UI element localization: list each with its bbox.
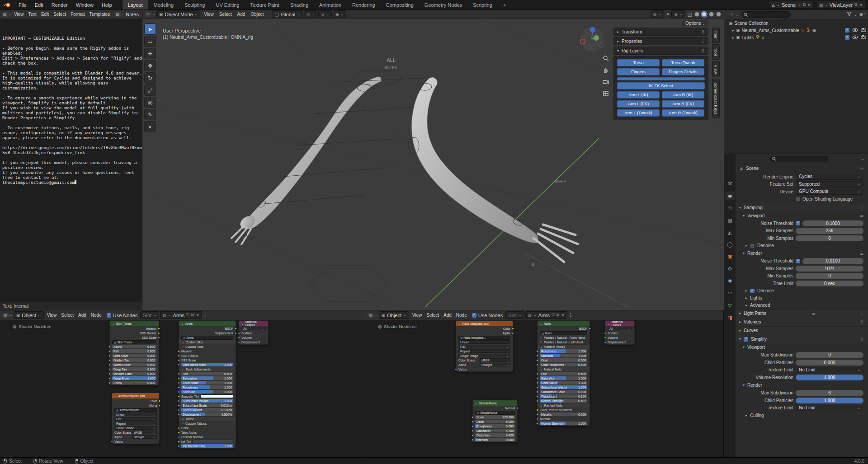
- workspace-tab[interactable]: Shading: [285, 0, 314, 10]
- particles-tab-icon[interactable]: ✱: [725, 277, 735, 285]
- node-row-flat[interactable]: Flat⌄: [456, 344, 513, 349]
- node-row-repeat[interactable]: Repeat⌄: [456, 349, 513, 353]
- hide-eye-icon[interactable]: [852, 35, 858, 40]
- node-row-albino[interactable]: Albino0.000: [110, 344, 159, 349]
- shading-solid-icon[interactable]: [702, 12, 707, 17]
- viewport-menu[interactable]: Object: [248, 10, 266, 19]
- node-row-skin-tones[interactable]: ◍Skin Tones: [110, 340, 159, 344]
- perspective-toggle-icon[interactable]: [602, 89, 610, 98]
- collapsed-subpanel[interactable]: ▸ Advanced: [736, 302, 868, 309]
- node-row-basic-adjustments[interactable]: ⌄Basic Adjustments: [179, 367, 236, 371]
- rig-layer-button[interactable]: Arm.R (IK): [662, 91, 704, 98]
- text-editor-menu[interactable]: Text: [26, 10, 39, 19]
- property-value-field[interactable]: 0: [796, 235, 863, 242]
- drag-grip-icon[interactable]: ⣿: [702, 30, 705, 34]
- node-row-all[interactable]: All⌄: [605, 326, 634, 331]
- node-row-medium-dark[interactable]: Medium Dark0.000: [110, 371, 159, 376]
- node-row-ink-tint[interactable]: Ink Tint: [179, 439, 236, 444]
- n-panel-section[interactable]: ▾Rig Layers⣿: [613, 47, 708, 55]
- zoom-icon[interactable]: [602, 54, 610, 62]
- node-row-color-space[interactable]: Color SpacesRGB⌄: [112, 430, 159, 435]
- slot-selector[interactable]: Slot⌄: [140, 311, 159, 319]
- node-material-output[interactable]: ⌄Material OutputAll⌄SurfaceVolumeDisplac…: [605, 320, 635, 345]
- node-row-golden-tan[interactable]: Golden Tan0.000: [110, 358, 159, 362]
- display-mode-icon[interactable]: ⋮≡: [727, 12, 733, 17]
- viewport-menu[interactable]: View: [201, 10, 217, 19]
- editor-type-icon[interactable]: ⌗: [145, 12, 151, 17]
- node-row-normal-strength[interactable]: Normal Strength1.000: [538, 421, 590, 426]
- property-value-field[interactable]: 6: [796, 390, 863, 396]
- workspace-tab[interactable]: +: [498, 0, 511, 10]
- property-dropdown[interactable]: Cycles⌄: [796, 174, 863, 180]
- topbar-menu[interactable]: Render: [47, 0, 72, 10]
- annotate-tool[interactable]: ✎: [144, 109, 156, 120]
- node-row-displacement[interactable]: Displacement0.500%: [179, 412, 236, 417]
- mode-selector[interactable]: ▣Object Mode⌄: [156, 10, 201, 18]
- overlays-dropdown[interactable]: ⊚⌄: [671, 10, 685, 18]
- material-selector[interactable]: ◍⌄Arms⛉⧉✕: [160, 311, 202, 319]
- node-row-general-values[interactable]: ⌄General Values: [538, 344, 590, 349]
- drag-grip-icon[interactable]: ⣿: [702, 39, 705, 43]
- node-row-deep-brown[interactable]: Deep Brown1.000: [110, 376, 159, 380]
- property-value-field[interactable]: 0.1000: [802, 220, 863, 227]
- node-row-light-olive[interactable]: Light Olive0.000: [110, 353, 159, 358]
- node-material-output[interactable]: ⌄Material OutputAll⌄SurfaceVolumeDisplac…: [239, 320, 269, 345]
- subpanel-header[interactable]: ▾ Render ☰: [736, 249, 868, 258]
- rig-layer-button[interactable]: Torso: [617, 59, 660, 66]
- shading-material-icon[interactable]: [709, 12, 714, 17]
- node-simplenoise[interactable]: ⌄SimpleNoiseNormal◍SimpleNoiseScale923.6…: [472, 400, 518, 442]
- node-row-roughness[interactable]: Roughness1.000: [179, 385, 236, 389]
- text-datablock-icon[interactable]: ▤: [114, 12, 120, 17]
- material-tab-icon[interactable]: ◨: [725, 314, 735, 322]
- rig-layer-button[interactable]: Torso Tweak: [662, 59, 704, 66]
- use-nodes-toggle[interactable]: Use Nodes: [472, 313, 503, 318]
- select-box-tool[interactable]: ▭: [144, 36, 156, 47]
- camera-view-icon[interactable]: [602, 78, 610, 86]
- drag-grip-icon[interactable]: ⣿: [861, 337, 863, 341]
- exclude-checkbox[interactable]: [845, 28, 849, 33]
- outliner-row-scene-collection[interactable]: ▣ Scene Collection: [724, 19, 868, 27]
- node-row-light-areas-mask[interactable]: Light Areas Mask1.000: [179, 362, 236, 367]
- node-row-saturation[interactable]: Saturation1.000: [179, 376, 236, 380]
- node-row-roughness[interactable]: Roughness0.083: [473, 424, 517, 428]
- visibility-dropdown[interactable]: ◍⌄: [651, 10, 665, 18]
- pivot-selector[interactable]: ◎⌄: [304, 10, 318, 18]
- property-slider[interactable]: 1.000: [796, 375, 863, 381]
- rig-layer-button[interactable]: Arm.R (FK): [662, 100, 704, 108]
- copy-icon[interactable]: ⧉: [557, 313, 559, 318]
- copy-icon[interactable]: ⧉: [803, 2, 806, 7]
- shader-menu[interactable]: Node: [89, 310, 104, 320]
- pin-icon[interactable]: ⊹: [568, 312, 572, 318]
- snap-selector[interactable]: ∪⌄: [318, 10, 331, 18]
- node-row-warm-brown[interactable]: Warm Brown0.000: [110, 362, 159, 367]
- property-dropdown[interactable]: No Limit⌄: [796, 405, 863, 411]
- property-checkbox[interactable]: [796, 221, 800, 225]
- node-row-custom-skin[interactable]: ⌄Custom Skin: [179, 340, 236, 344]
- use-nodes-toggle[interactable]: Use Nodes: [107, 313, 137, 318]
- workspace-tab[interactable]: Compositing: [381, 0, 419, 10]
- node-row-arms-template-[interactable]: ◍Arms-template...: [112, 408, 159, 412]
- collapsed-subpanel[interactable]: ▸ Denoise: [736, 242, 868, 249]
- text-editor-content[interactable]: IMPORTANT — CUSTOMIZABLE Edition- Before…: [0, 19, 142, 185]
- new-collection-icon[interactable]: ▣⁺: [859, 12, 865, 17]
- workspace-tab[interactable]: UV Editing: [210, 0, 245, 10]
- rig-layer-button[interactable]: IK-FK Select: [617, 82, 705, 89]
- presets-icon[interactable]: ☰: [860, 213, 863, 218]
- node-row-hue[interactable]: Hue0.500: [538, 371, 590, 376]
- shader-menu[interactable]: Add: [441, 310, 454, 320]
- property-value-field[interactable]: 1024: [796, 266, 863, 272]
- node-row-painted-nails[interactable]: ⌄Painted Nails: [538, 403, 590, 408]
- node-row-coat-roughness[interactable]: Coat Roughness0.100: [538, 362, 590, 367]
- property-dropdown[interactable]: No Limit⌄: [796, 367, 863, 373]
- node-row-sheen-weight[interactable]: Sheen Weight0.100%: [179, 408, 236, 412]
- panel-header[interactable]: ▾ Sampling ⣿: [736, 203, 868, 211]
- proportional-edit-selector[interactable]: ◉⌄: [333, 10, 347, 18]
- orientation-selector[interactable]: ◯Global⌄: [272, 10, 303, 18]
- node-row-saturation[interactable]: Saturation1.000: [538, 376, 590, 380]
- expand-icon[interactable]: ▸: [732, 36, 734, 40]
- shader-menu[interactable]: View: [45, 310, 59, 320]
- panel-header[interactable]: ▸ Light Paths ☰ ⣿: [736, 309, 868, 318]
- shader-type-selector[interactable]: ▣Object⌄: [379, 311, 409, 319]
- tweak-tool[interactable]: ➤: [144, 23, 156, 35]
- node-row-ink-tint-intensity[interactable]: Ink Tint Intensity1.000: [179, 444, 236, 448]
